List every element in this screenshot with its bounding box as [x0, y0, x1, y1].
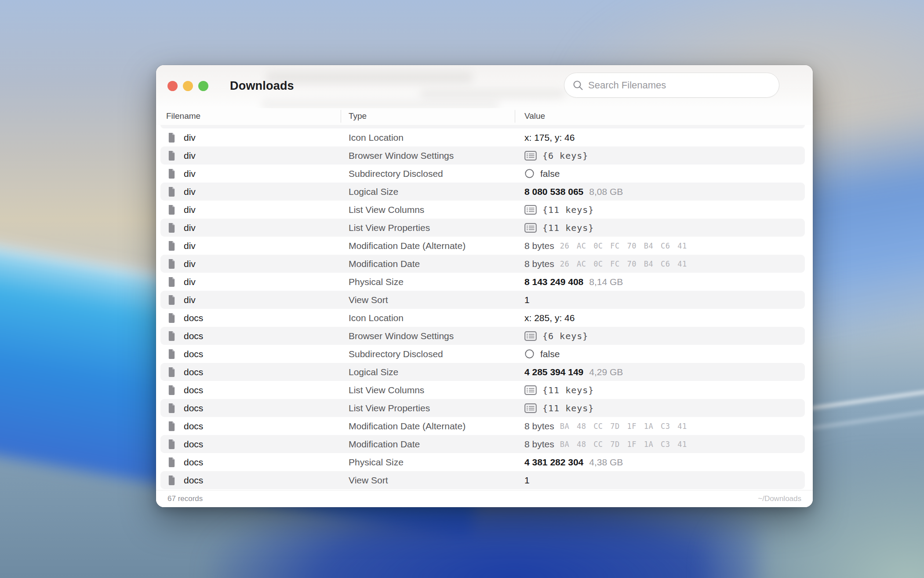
value-cell: {11 keys}	[524, 399, 800, 417]
filename-cell: docs	[167, 363, 203, 381]
filename-label: div	[184, 168, 196, 179]
table-row[interactable]: divModification Date (Alternate)8 bytes2…	[160, 237, 805, 255]
table-row[interactable]: docsView Sort1	[160, 471, 805, 489]
table-row[interactable]: divView Sort1	[160, 291, 805, 309]
value-cell: 8 bytesBA 48 CC 7D 1F 1A C3 41	[524, 417, 800, 435]
value-bytes-count: 8 143 249 408	[524, 277, 583, 287]
filename-cell: docs	[167, 327, 203, 345]
status-bar: 67 records ~/Downloads	[156, 490, 813, 507]
value-text: 1	[524, 475, 530, 486]
filename-cell: docs	[167, 345, 203, 363]
table-row[interactable]: divSubdirectory Disclosedfalse	[160, 165, 805, 183]
circle-icon	[524, 168, 535, 179]
document-icon	[167, 349, 176, 359]
table-row[interactable]: divList View Columns{11 keys}	[160, 201, 805, 219]
column-separator[interactable]	[515, 110, 515, 123]
search-icon	[572, 80, 584, 91]
table-row[interactable]: divBrowser Window Settings{6 keys}	[160, 146, 805, 165]
type-cell: Icon Location	[349, 309, 404, 327]
close-button[interactable]	[167, 81, 178, 91]
value-cell: 8 bytes26 AC 0C FC 70 B4 C6 41	[524, 255, 800, 273]
table-row[interactable]: divPhysical Size8 143 249 4088,14 GB	[160, 273, 805, 291]
type-cell: Physical Size	[349, 273, 404, 291]
table-row[interactable]: docsList View Properties{11 keys}	[160, 399, 805, 417]
document-icon	[167, 150, 176, 161]
value-cell: 1	[524, 291, 800, 309]
table-header: Filename Type Value	[156, 108, 813, 125]
value-hex-bytes: BA 48 CC 7D 1F 1A C3 41	[560, 440, 687, 449]
value-dict-keys: {11 keys}	[542, 403, 594, 413]
column-header-filename[interactable]: Filename	[166, 111, 200, 121]
filename-label: div	[184, 150, 196, 161]
table-row[interactable]: docsPhysical Size4 381 282 3044,38 GB	[160, 453, 805, 471]
type-cell: View Sort	[349, 471, 388, 489]
value-bytes-count: 8 080 538 065	[524, 187, 583, 197]
value-cell: 4 381 282 3044,38 GB	[524, 453, 800, 471]
table-row[interactable]: docsSubdirectory Disclosedfalse	[160, 345, 805, 363]
value-bool: false	[540, 349, 560, 359]
dict-icon	[524, 331, 537, 341]
filename-cell: docs	[167, 453, 203, 471]
filename-cell: docs	[167, 471, 203, 489]
filename-label: div	[184, 241, 196, 251]
filename-label: div	[184, 187, 196, 197]
document-icon	[167, 439, 176, 449]
minimize-button[interactable]	[183, 81, 193, 91]
filename-cell: docs	[167, 309, 203, 327]
value-dict-keys: {6 keys}	[542, 150, 588, 161]
value-cell: 8 143 249 4088,14 GB	[524, 273, 800, 291]
filename-label: docs	[184, 385, 203, 395]
filename-cell: div	[167, 128, 196, 146]
value-cell: 8 bytesBA 48 CC 7D 1F 1A C3 41	[524, 435, 800, 453]
value-bytes-count: 4 381 282 304	[524, 457, 583, 468]
column-header-type[interactable]: Type	[349, 111, 367, 121]
table-row[interactable]: divList View Properties{11 keys}	[160, 219, 805, 237]
document-icon	[167, 277, 176, 287]
filename-cell: docs	[167, 399, 203, 417]
column-separator[interactable]	[341, 110, 341, 123]
record-count: 67 records	[167, 494, 203, 503]
value-text: 1	[524, 295, 530, 305]
value-byte-length: 8 bytes	[524, 421, 554, 432]
table-row[interactable]: docsModification Date (Alternate)8 bytes…	[160, 417, 805, 435]
filename-cell: div	[167, 291, 196, 309]
table-row[interactable]: docsBrowser Window Settings{6 keys}	[160, 327, 805, 345]
table-row[interactable]: docsList View Columns{11 keys}	[160, 381, 805, 399]
filename-label: docs	[184, 313, 203, 323]
window-title: Downloads	[230, 79, 294, 93]
dict-icon	[524, 205, 537, 215]
document-icon	[167, 259, 176, 269]
type-cell: Modification Date	[349, 435, 420, 453]
table-row[interactable]: docsIcon Locationx: 285, y: 46	[160, 309, 805, 327]
vibrancy-smudge	[262, 100, 499, 109]
filename-label: div	[184, 277, 196, 287]
filename-cell: docs	[167, 417, 203, 435]
dict-icon	[524, 385, 537, 395]
value-dict-keys: {11 keys}	[542, 385, 594, 395]
type-cell: View Sort	[349, 291, 388, 309]
filename-label: div	[184, 295, 196, 305]
table-row[interactable]: docsModification Date8 bytesBA 48 CC 7D …	[160, 435, 805, 453]
table-row[interactable]: divLogical Size8 080 538 0658,08 GB	[160, 183, 805, 201]
type-cell: Physical Size	[349, 453, 404, 471]
type-cell: Modification Date (Alternate)	[349, 237, 466, 255]
table-row[interactable]: docsLogical Size4 285 394 1494,29 GB	[160, 363, 805, 381]
filename-label: docs	[184, 349, 203, 359]
table-row[interactable]: divIcon Locationx: 175, y: 46	[160, 128, 805, 146]
value-bytes-count: 4 285 394 149	[524, 367, 583, 377]
partial-row-stripe	[160, 125, 805, 128]
type-cell: Logical Size	[349, 183, 398, 201]
search-field[interactable]	[564, 73, 779, 98]
filename-label: div	[184, 132, 196, 143]
table-rows: divIcon Locationx: 175, y: 46divBrowser …	[156, 128, 813, 489]
document-icon	[167, 367, 176, 377]
current-path: ~/Downloads	[758, 494, 801, 503]
document-icon	[167, 241, 176, 251]
dict-icon	[524, 151, 537, 161]
table-row[interactable]: divModification Date8 bytes26 AC 0C FC 7…	[160, 255, 805, 273]
filename-cell: div	[167, 146, 196, 165]
filename-cell: div	[167, 219, 196, 237]
zoom-button[interactable]	[198, 81, 208, 91]
search-input[interactable]	[588, 80, 764, 91]
column-header-value[interactable]: Value	[524, 111, 545, 121]
